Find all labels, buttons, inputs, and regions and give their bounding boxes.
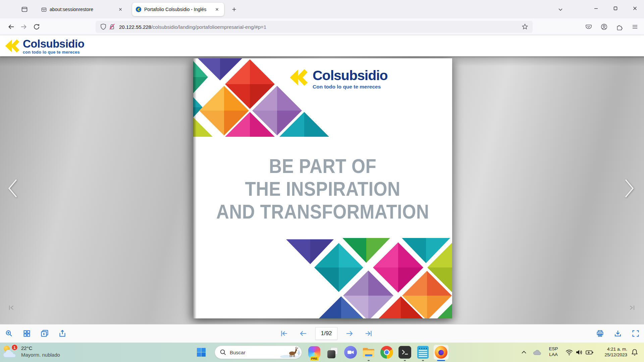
viewer-tools-right <box>593 327 642 340</box>
taskbar-app-chrome[interactable] <box>379 345 394 360</box>
battery-charging-icon <box>585 349 594 356</box>
last-page-button[interactable] <box>362 327 375 340</box>
tab-close-button[interactable] <box>213 6 221 13</box>
window-minimize-button[interactable] <box>588 2 604 15</box>
tab-portafolio-colsubsidio[interactable]: Portafolio Colsubsidio - Inglés <box>132 3 224 16</box>
last-page-corner-button[interactable] <box>628 304 636 312</box>
previous-page-arrow[interactable] <box>7 178 19 198</box>
taskbar-app-terminal[interactable] <box>397 345 412 360</box>
viewer-page-navigation <box>278 327 375 340</box>
site-header: Colsubsidio con todo lo que te mereces <box>0 35 644 56</box>
active-indicator <box>437 360 445 361</box>
thumbnails-button[interactable] <box>20 327 34 340</box>
tab-bar: about:sessionrestore Portafolio Colsubsi… <box>0 0 644 18</box>
download-icon <box>614 329 622 338</box>
taskbar-app-icons: PRE <box>307 345 448 360</box>
share-icon <box>58 329 66 338</box>
previous-page-button[interactable] <box>297 327 310 340</box>
colsubsidio-favicon <box>136 6 142 12</box>
print-button[interactable] <box>593 327 607 340</box>
fullscreen-button[interactable] <box>629 327 642 340</box>
page-logo-text: Colsubsidio Con todo lo que te mereces <box>313 68 388 90</box>
taskbar-app-notepad[interactable] <box>416 345 430 360</box>
viewer-canvas: Colsubsidio Con todo lo que te mereces B… <box>0 56 644 324</box>
tray-show-hidden-icons-button[interactable] <box>520 349 528 356</box>
share-button[interactable] <box>56 327 69 340</box>
bookmark-star-button[interactable] <box>521 22 529 31</box>
tab-label: Portafolio Colsubsidio - Inglés <box>144 7 211 12</box>
window-maximize-button[interactable] <box>607 2 624 15</box>
taskbar-app-copilot[interactable]: PRE <box>307 345 322 360</box>
minimize-icon <box>593 5 599 11</box>
site-logo[interactable]: Colsubsidio con todo lo que te mereces <box>5 38 84 55</box>
next-page-button[interactable] <box>343 327 356 340</box>
menu-button[interactable] <box>629 21 641 33</box>
weather-condition: Mayorm. nublado <box>21 352 60 358</box>
brochure-page[interactable]: Colsubsidio Con todo lo que te mereces B… <box>193 58 452 318</box>
reload-button[interactable] <box>31 21 42 33</box>
list-all-tabs-button[interactable] <box>555 4 566 14</box>
tray-battery-button[interactable] <box>585 348 594 357</box>
firefox-view-button[interactable] <box>19 4 30 14</box>
taskbar-search[interactable]: Buscar <box>215 346 302 359</box>
download-button[interactable] <box>611 327 625 340</box>
task-view-icon <box>326 346 339 359</box>
first-page-button[interactable] <box>278 327 291 340</box>
pocket-button[interactable] <box>583 21 594 33</box>
chat-icon <box>344 346 357 359</box>
file-explorer-icon <box>362 347 375 358</box>
zoom-in-button[interactable] <box>2 327 16 340</box>
tab-session-restore[interactable]: about:sessionrestore <box>38 3 127 16</box>
session-restore-tab-icon <box>41 6 47 12</box>
url-host: 20.122.55.228 <box>119 24 151 30</box>
site-brand-tagline: con todo lo que te mereces <box>23 50 84 55</box>
wifi-icon <box>565 349 573 356</box>
page-indicator-input[interactable] <box>315 327 337 340</box>
taskbar-app-chat[interactable] <box>343 345 358 360</box>
hamburger-icon <box>631 23 639 31</box>
window-close-button[interactable] <box>627 2 643 15</box>
arrow-right-icon <box>345 329 354 338</box>
star-icon <box>521 23 529 31</box>
forward-icon <box>20 23 28 31</box>
account-button[interactable] <box>598 21 610 33</box>
first-page-corner-button[interactable] <box>7 304 15 312</box>
pocket-icon <box>585 23 592 31</box>
start-button[interactable] <box>194 345 209 360</box>
search-placeholder: Buscar <box>230 350 246 355</box>
running-indicator <box>368 360 370 361</box>
tray-notifications-button[interactable] <box>630 348 639 357</box>
cloud-icon <box>532 349 542 356</box>
shield-icon[interactable] <box>99 22 108 31</box>
tray-volume-button[interactable] <box>575 348 584 357</box>
page-title: BE PART OF THE INSPIRATION AND TRANSFORM… <box>193 155 452 223</box>
tray-onedrive-button[interactable] <box>532 348 542 356</box>
running-indicator <box>422 360 424 361</box>
taskbar-app-file-explorer[interactable] <box>361 345 376 360</box>
new-tab-button[interactable] <box>229 4 239 15</box>
fullscreen-icon <box>632 329 640 338</box>
account-icon <box>600 23 608 31</box>
taskbar-app-firefox[interactable] <box>434 345 448 360</box>
viewer-tools-left <box>2 327 69 340</box>
desktop: { "browser": { "tab1": { "title": "about… <box>0 0 644 362</box>
weather-widget[interactable]: 1 22°C Mayorm. nublado <box>3 345 60 359</box>
weather-icon: 1 <box>3 345 18 359</box>
navigation-toolbar: 20.122.55.228/colsubsidio/landing/portaf… <box>0 18 644 35</box>
extensions-button[interactable] <box>614 21 625 33</box>
url-bar[interactable]: 20.122.55.228/colsubsidio/landing/portaf… <box>96 21 533 33</box>
insecure-lock-icon[interactable] <box>108 22 116 31</box>
slideshow-button[interactable] <box>38 327 51 340</box>
back-button[interactable] <box>5 21 17 33</box>
taskbar-app-task-view[interactable] <box>325 345 340 360</box>
close-icon <box>632 5 638 11</box>
keyboard-layout-code: LAA <box>546 352 561 357</box>
site-logo-text: Colsubsidio con todo lo que te mereces <box>23 38 84 55</box>
tab-close-button[interactable] <box>117 6 124 13</box>
tray-clock[interactable]: 4:21 a. m. 25/12/2023 <box>594 346 627 358</box>
forward-button[interactable] <box>18 21 30 33</box>
next-page-arrow[interactable] <box>623 178 635 198</box>
tray-language-indicator[interactable]: ESP LAA <box>546 346 561 357</box>
last-page-icon <box>364 329 373 338</box>
tray-wifi-button[interactable] <box>565 348 574 357</box>
